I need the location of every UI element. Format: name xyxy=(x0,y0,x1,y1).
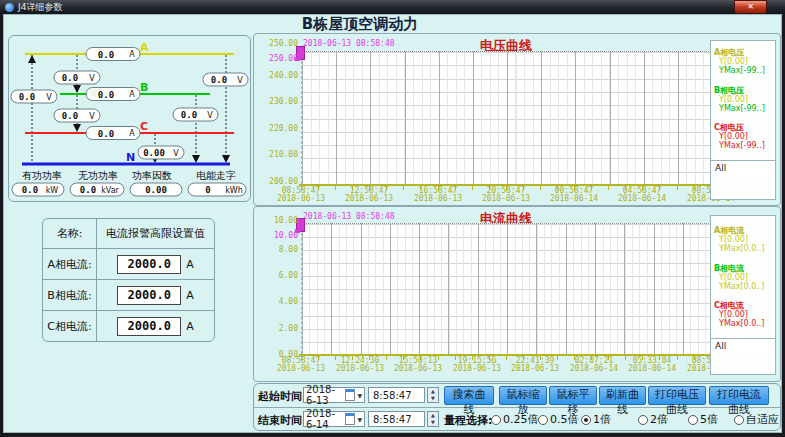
phase-c-limit-input[interactable]: 2000.0 xyxy=(117,317,181,336)
row-label-phase-c: C相电流: xyxy=(43,311,97,341)
x-tick: 16:58:472018-06-13 xyxy=(406,187,470,202)
table-row: 2000.0 A xyxy=(97,311,214,341)
legend-entry-phase-b-voltage[interactable]: B相电压 Y[0.00] YMax[-99..] xyxy=(714,86,765,113)
svg-text:A: A xyxy=(129,50,135,59)
svg-text:V: V xyxy=(46,93,52,102)
svg-text:0.0: 0.0 xyxy=(98,90,114,100)
svg-text:B: B xyxy=(140,81,148,94)
legend-all-button[interactable]: All xyxy=(711,338,775,353)
time-controls-panel: 起始时间: 2018- 6-13 ▼ 8:58:47 ▲▼ 搜索曲线 鼠标缩放 … xyxy=(253,383,781,431)
calendar-icon xyxy=(345,413,355,425)
range-radio-0-5x[interactable]: 0.5倍 xyxy=(538,412,579,427)
voltage-box-right-top: 0.0 V xyxy=(203,73,248,86)
svg-text:0.0: 0.0 xyxy=(98,50,114,60)
svg-text:电能走字: 电能走字 xyxy=(196,170,236,181)
y-tick: 240.00 xyxy=(256,71,298,80)
end-date-field[interactable]: 2018- 6-14 ▼ xyxy=(303,411,365,427)
mouse-pan-button[interactable]: 鼠标平移 xyxy=(549,386,597,405)
x-tick: 12:58:472018-06-13 xyxy=(337,187,401,202)
close-button[interactable]: ✕ xyxy=(734,0,767,14)
current-plot-area[interactable] xyxy=(301,223,711,354)
voltage-legend: A相电压 Y[0.00] YMax[-99..] B相电压 Y[0.00] YM… xyxy=(710,40,776,200)
y-tick: 6.00 xyxy=(256,271,298,280)
window-titlebar[interactable]: J4详细参数 xyxy=(0,0,785,14)
phase-b-limit-unit: A xyxy=(186,289,194,302)
mouse-zoom-button[interactable]: 鼠标缩放 xyxy=(499,386,547,405)
legend-all-button[interactable]: All xyxy=(711,160,775,175)
svg-text:0.00: 0.00 xyxy=(145,185,167,195)
search-curve-button[interactable]: 搜索曲线 xyxy=(444,386,494,405)
svg-text:V: V xyxy=(237,76,243,85)
y-tick: 220.00 xyxy=(256,124,298,133)
legend-entry-phase-b-current[interactable]: B相电流 Y[0.00] YMax[0.0..] xyxy=(714,264,764,291)
range-radio-0-25x[interactable]: 0.25倍 xyxy=(491,412,539,427)
svg-text:A: A xyxy=(140,41,149,54)
table-row: 2000.0 A xyxy=(97,249,214,280)
x-tick: 02:07:212018-06-14 xyxy=(562,357,626,372)
svg-text:kW: kW xyxy=(46,186,59,195)
svg-text:0.0: 0.0 xyxy=(62,111,78,121)
y-tick: 250.00 xyxy=(256,39,298,48)
row-label-phase-b: B相电流: xyxy=(43,280,97,311)
svg-text:功率因数: 功率因数 xyxy=(132,170,172,181)
x-tick: 20:58:472018-06-13 xyxy=(474,187,538,202)
chevron-down-icon[interactable]: ▼ xyxy=(357,392,362,399)
svg-text:kWh: kWh xyxy=(225,186,243,195)
phase-a-current-box: 0.0 A xyxy=(86,48,140,61)
svg-text:A: A xyxy=(129,129,135,138)
power-summary: 有功功率 无功功率 功率因数 电能走字 0.0 kW 0.0 kVar 0.00… xyxy=(12,170,246,196)
voltage-cursor-value: 250.00 xyxy=(256,54,298,63)
radio-icon xyxy=(538,415,548,425)
voltage-cursor-time: 2018-06-13 08:58:48 xyxy=(303,39,395,48)
svg-text:0.0: 0.0 xyxy=(19,92,35,102)
legend-entry-phase-c-current[interactable]: C相电流 Y[0.00] YMax[0.0..] xyxy=(714,301,764,328)
refresh-curve-button[interactable]: 刷新曲线 xyxy=(599,386,646,405)
print-voltage-curve-button[interactable]: 打印电压曲线 xyxy=(648,386,706,405)
legend-entry-phase-a-current[interactable]: A相电流 Y[0.00] YMax[0.0..] xyxy=(714,226,764,253)
x-tick: 05:33:042018-06-14 xyxy=(620,357,684,372)
svg-text:V: V xyxy=(173,149,179,158)
y-tick: 2.00 xyxy=(256,324,298,333)
phase-a-limit-input[interactable]: 2000.0 xyxy=(117,255,181,274)
start-time-field[interactable]: 8:58:47 xyxy=(368,387,425,403)
phase-c-limit-unit: A xyxy=(186,320,194,333)
end-time-spinner[interactable]: ▲▼ xyxy=(427,411,439,427)
x-tick: 00:58:472018-06-14 xyxy=(542,187,606,202)
current-chart-panel: 电流曲线 2018-06-13 08:58:48 10.00 10.00 8.0… xyxy=(253,206,781,382)
app-window: J4详细参数 ✕ B栋屋顶空调动力 A B xyxy=(0,0,785,437)
neutral-line: N xyxy=(22,151,230,164)
end-time-field[interactable]: 8:58:47 xyxy=(368,411,425,427)
svg-text:kVar: kVar xyxy=(101,186,119,195)
print-current-curve-button[interactable]: 打印电流曲线 xyxy=(709,386,769,405)
table-header-name: 名称: xyxy=(43,219,97,249)
range-radio-auto[interactable]: 自适应 xyxy=(734,412,779,427)
phase-b-limit-input[interactable]: 2000.0 xyxy=(117,286,181,305)
table-row: 2000.0 A xyxy=(97,280,214,311)
svg-text:A: A xyxy=(129,90,135,99)
calendar-icon xyxy=(345,389,355,401)
svg-text:V: V xyxy=(89,112,95,121)
phase-diagram: A B C N 0.0 A 0.0 A 0.0 A xyxy=(10,36,250,199)
svg-text:0.0: 0.0 xyxy=(211,75,227,85)
radio-icon xyxy=(638,415,648,425)
range-radio-2x[interactable]: 2倍 xyxy=(638,412,668,427)
svg-text:有功功率: 有功功率 xyxy=(22,170,62,181)
page-title: B栋屋顶空调动力 xyxy=(220,15,500,34)
phase-c-current-box: 0.0 A xyxy=(86,127,140,140)
alarm-limit-table: 名称: 电流报警高限设置值 A相电流: 2000.0 A B相电流: 2000.… xyxy=(42,218,215,342)
svg-text:V: V xyxy=(207,111,213,120)
range-radio-1x[interactable]: 1倍 xyxy=(581,412,611,427)
start-time-spinner[interactable]: ▲▼ xyxy=(427,387,439,403)
start-date-field[interactable]: 2018- 6-13 ▼ xyxy=(303,387,365,403)
legend-entry-phase-c-voltage[interactable]: C相电压 Y[0.00] YMax[-99..] xyxy=(714,123,765,150)
voltage-box-ab: 0.0 V xyxy=(54,71,100,84)
table-header-value: 电流报警高限设置值 xyxy=(97,219,214,249)
voltage-box-bc: 0.0 V xyxy=(54,109,100,122)
chevron-down-icon[interactable]: ▼ xyxy=(357,416,362,423)
x-tick: 04:58:472018-06-14 xyxy=(610,187,674,202)
current-cursor-time: 2018-06-13 08:58:48 xyxy=(303,212,395,221)
range-radio-5x[interactable]: 5倍 xyxy=(688,412,718,427)
legend-entry-phase-a-voltage[interactable]: A相电压 Y[0.00] YMax[-99..] xyxy=(714,48,765,75)
radio-icon xyxy=(734,415,744,425)
voltage-plot-area[interactable] xyxy=(301,51,711,184)
